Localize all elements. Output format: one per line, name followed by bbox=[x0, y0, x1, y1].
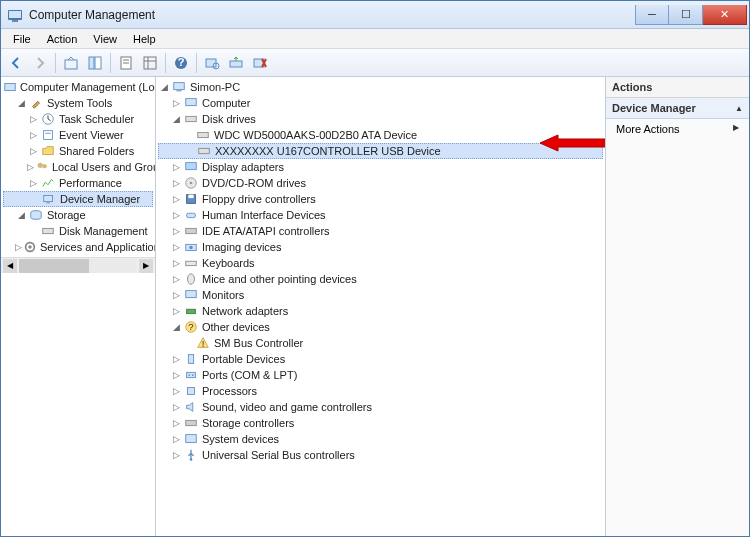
collapse-icon[interactable]: ▷ bbox=[170, 401, 182, 413]
close-button[interactable]: ✕ bbox=[703, 5, 747, 25]
dev-smbus[interactable]: !SM Bus Controller bbox=[158, 335, 603, 351]
collapse-icon[interactable]: ▷ bbox=[170, 225, 182, 237]
dev-root[interactable]: ◢Simon-PC bbox=[158, 79, 603, 95]
menu-action[interactable]: Action bbox=[39, 31, 86, 47]
dev-diskdrives[interactable]: ◢Disk drives bbox=[158, 111, 603, 127]
tree-event-viewer[interactable]: ▷Event Viewer bbox=[3, 127, 153, 143]
dev-system[interactable]: ▷System devices bbox=[158, 431, 603, 447]
dev-network[interactable]: ▷Network adapters bbox=[158, 303, 603, 319]
tree-shared-folders[interactable]: ▷Shared Folders bbox=[3, 143, 153, 159]
scroll-left-icon[interactable]: ◀ bbox=[3, 259, 17, 273]
dev-usb-controller[interactable]: XXXXXXXX U167CONTROLLER USB Device bbox=[158, 143, 603, 159]
actions-block-device-manager[interactable]: Device Manager ▲ bbox=[606, 98, 749, 119]
actions-pane: Actions Device Manager ▲ More Actions ▶ bbox=[606, 77, 749, 536]
collapse-icon[interactable]: ▷ bbox=[170, 273, 182, 285]
maximize-button[interactable]: ☐ bbox=[669, 5, 703, 25]
collapse-icon[interactable]: ▷ bbox=[170, 369, 182, 381]
dev-mice[interactable]: ▷Mice and other pointing devices bbox=[158, 271, 603, 287]
dev-monitors[interactable]: ▷Monitors bbox=[158, 287, 603, 303]
dev-imaging[interactable]: ▷Imaging devices bbox=[158, 239, 603, 255]
tree-root[interactable]: Computer Management (Local bbox=[3, 79, 153, 95]
tree-services-apps[interactable]: ▷Services and Applications bbox=[3, 239, 153, 255]
back-button[interactable] bbox=[5, 52, 27, 74]
dev-other[interactable]: ◢?Other devices bbox=[158, 319, 603, 335]
expand-icon[interactable]: ◢ bbox=[170, 321, 182, 333]
menu-view[interactable]: View bbox=[85, 31, 125, 47]
collapse-icon[interactable]: ▷ bbox=[170, 353, 182, 365]
tree-storage[interactable]: ◢Storage bbox=[3, 207, 153, 223]
titlebar: Computer Management ─ ☐ ✕ bbox=[1, 1, 749, 29]
collapse-icon[interactable]: ▷ bbox=[170, 385, 182, 397]
collapse-icon[interactable]: ▷ bbox=[27, 113, 39, 125]
up-button[interactable] bbox=[60, 52, 82, 74]
tree-local-users[interactable]: ▷Local Users and Groups bbox=[3, 159, 153, 175]
forward-button[interactable] bbox=[29, 52, 51, 74]
svg-rect-59 bbox=[186, 420, 197, 425]
dev-ports[interactable]: ▷Ports (COM & LPT) bbox=[158, 367, 603, 383]
help-button[interactable]: ? bbox=[170, 52, 192, 74]
dev-portable[interactable]: ▷Portable Devices bbox=[158, 351, 603, 367]
uninstall-button[interactable] bbox=[249, 52, 271, 74]
svg-rect-36 bbox=[198, 132, 209, 137]
collapse-icon[interactable]: ▷ bbox=[170, 241, 182, 253]
dev-ide[interactable]: ▷IDE ATA/ATAPI controllers bbox=[158, 223, 603, 239]
tree-device-manager[interactable]: Device Manager bbox=[3, 191, 153, 207]
collapse-icon[interactable]: ▷ bbox=[15, 241, 22, 253]
svg-rect-49 bbox=[186, 291, 197, 298]
collapse-icon[interactable]: ▷ bbox=[170, 449, 182, 461]
svg-point-48 bbox=[188, 274, 195, 285]
minimize-button[interactable]: ─ bbox=[635, 5, 669, 25]
tree-disk-management[interactable]: Disk Management bbox=[3, 223, 153, 239]
dev-floppy[interactable]: ▷Floppy drive controllers bbox=[158, 191, 603, 207]
show-hide-tree-button[interactable] bbox=[84, 52, 106, 74]
collapse-icon[interactable]: ▷ bbox=[170, 257, 182, 269]
tree-task-scheduler[interactable]: ▷Task Scheduler bbox=[3, 111, 153, 127]
scan-button[interactable] bbox=[201, 52, 223, 74]
menu-help[interactable]: Help bbox=[125, 31, 164, 47]
collapse-icon[interactable]: ▷ bbox=[170, 177, 182, 189]
tree-system-tools[interactable]: ◢ System Tools bbox=[3, 95, 153, 111]
collapse-icon[interactable]: ▷ bbox=[170, 417, 182, 429]
left-pane[interactable]: Computer Management (Local ◢ System Tool… bbox=[1, 77, 156, 536]
dev-storage-ctrl[interactable]: ▷Storage controllers bbox=[158, 415, 603, 431]
collapse-icon[interactable]: ▷ bbox=[27, 129, 39, 141]
expand-icon[interactable]: ◢ bbox=[15, 97, 27, 109]
collapse-icon[interactable]: ▷ bbox=[170, 193, 182, 205]
svg-rect-47 bbox=[186, 261, 197, 265]
collapse-icon[interactable]: ▷ bbox=[27, 145, 39, 157]
collapse-icon[interactable]: ▷ bbox=[170, 433, 182, 445]
keyboard-icon bbox=[183, 256, 199, 270]
dev-wdc[interactable]: WDC WD5000AAKS-00D2B0 ATA Device bbox=[158, 127, 603, 143]
svg-text:?: ? bbox=[178, 56, 185, 68]
dev-processors[interactable]: ▷Processors bbox=[158, 383, 603, 399]
dev-display[interactable]: ▷Display adapters bbox=[158, 159, 603, 175]
expand-icon[interactable]: ◢ bbox=[170, 113, 182, 125]
svg-rect-58 bbox=[188, 388, 195, 395]
dev-dvdcd[interactable]: ▷DVD/CD-ROM drives bbox=[158, 175, 603, 191]
collapse-icon[interactable]: ▷ bbox=[170, 161, 182, 173]
dev-usb-ctrl[interactable]: ▷Universal Serial Bus controllers bbox=[158, 447, 603, 463]
left-scrollbar[interactable]: ◀ ▶ bbox=[1, 257, 155, 273]
menu-file[interactable]: File bbox=[5, 31, 39, 47]
center-pane[interactable]: ◢Simon-PC ▷Computer ◢Disk drives WDC WD5… bbox=[156, 77, 606, 536]
actions-more-actions[interactable]: More Actions ▶ bbox=[606, 119, 749, 139]
collapse-icon[interactable]: ▷ bbox=[170, 305, 182, 317]
collapse-icon[interactable]: ▷ bbox=[170, 289, 182, 301]
dev-sound[interactable]: ▷Sound, video and game controllers bbox=[158, 399, 603, 415]
collapse-icon[interactable]: ▷ bbox=[27, 161, 34, 173]
dev-keyboards[interactable]: ▷Keyboards bbox=[158, 255, 603, 271]
update-driver-button[interactable] bbox=[225, 52, 247, 74]
tree-performance[interactable]: ▷Performance bbox=[3, 175, 153, 191]
dev-computer[interactable]: ▷Computer bbox=[158, 95, 603, 111]
properties-button[interactable] bbox=[115, 52, 137, 74]
collapse-icon[interactable]: ▷ bbox=[27, 177, 39, 189]
camera-icon bbox=[183, 240, 199, 254]
expand-icon[interactable]: ◢ bbox=[15, 209, 27, 221]
collapse-icon[interactable]: ▷ bbox=[170, 209, 182, 221]
dev-hid[interactable]: ▷Human Interface Devices bbox=[158, 207, 603, 223]
toggle-view-button[interactable] bbox=[139, 52, 161, 74]
svg-rect-54 bbox=[188, 355, 193, 364]
scroll-right-icon[interactable]: ▶ bbox=[139, 259, 153, 273]
collapse-icon[interactable]: ▷ bbox=[170, 97, 182, 109]
expand-icon[interactable]: ◢ bbox=[158, 81, 170, 93]
